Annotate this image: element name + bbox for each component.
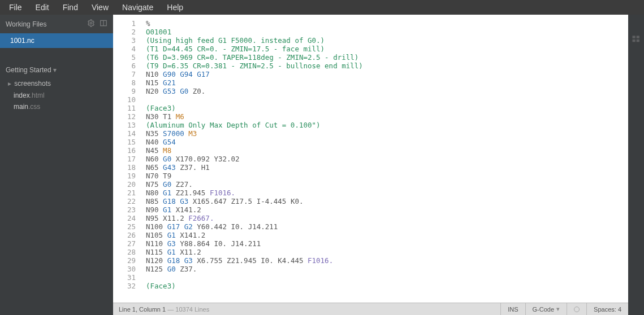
line-number: 21: [113, 189, 136, 197]
code-line[interactable]: (Aluminum Only Max Depth of Cut = 0.100"…: [146, 121, 363, 129]
line-number: 26: [113, 231, 136, 239]
code-line[interactable]: N105 G1 X141.2: [146, 231, 363, 239]
file-tree: index.htmlmain.css: [0, 90, 113, 112]
line-number: 28: [113, 248, 136, 256]
line-number: 11: [113, 104, 136, 112]
line-number: 9: [113, 87, 136, 95]
code-line[interactable]: N85 G18 G3 X165.647 Z17.5 I-4.445 K0.: [146, 197, 363, 205]
file-item[interactable]: main.css: [0, 101, 113, 112]
code-line[interactable]: N75 G0 Z27.: [146, 180, 363, 189]
chevron-down-icon: ▾: [556, 305, 560, 313]
code-line[interactable]: N10 G90 G94 G17: [146, 70, 363, 78]
line-number: 32: [113, 282, 136, 290]
line-number-gutter: 1234567891011121314151617181920212223242…: [113, 15, 141, 303]
line-number: 4: [113, 45, 136, 53]
line-number: 7: [113, 70, 136, 78]
code-line[interactable]: N100 G17 G2 Y60.442 I0. J14.211: [146, 222, 363, 231]
code-line[interactable]: (T6 D=3.969 CR=0. TAPER=118deg - ZMIN=2.…: [146, 53, 363, 62]
menu-file[interactable]: File: [2, 0, 29, 15]
line-number: 6: [113, 62, 136, 70]
line-number: 29: [113, 256, 136, 265]
menu-view[interactable]: View: [85, 0, 115, 15]
code-line[interactable]: N115 G1 X11.2: [146, 248, 363, 256]
gear-icon[interactable]: [87, 19, 95, 29]
cursor-position[interactable]: Line 1, Column 1: [119, 306, 166, 313]
svg-rect-3: [633, 36, 636, 38]
status-indicator[interactable]: [567, 303, 586, 315]
svg-rect-6: [637, 40, 639, 42]
language-mode[interactable]: G-Code ▾: [525, 303, 567, 315]
code-line[interactable]: N40 G54: [146, 138, 363, 146]
code-line[interactable]: [146, 273, 363, 282]
line-number: 18: [113, 163, 136, 172]
chevron-right-icon: ▸: [8, 80, 11, 88]
circle-icon: [574, 307, 580, 312]
code-line[interactable]: N120 G18 G3 X6.755 Z21.945 I0. K4.445 F1…: [146, 256, 363, 265]
svg-rect-5: [633, 40, 636, 42]
line-number: 15: [113, 138, 136, 146]
line-number: 3: [113, 36, 136, 45]
file-item[interactable]: index.html: [0, 90, 113, 101]
code-line[interactable]: N80 G1 Z21.945 F1016.: [146, 189, 363, 197]
code-line[interactable]: O01001: [146, 28, 363, 36]
folder-screenshots[interactable]: ▸ screenshots: [0, 77, 113, 90]
menu-navigate[interactable]: Navigate: [115, 0, 160, 15]
code-line[interactable]: N110 G3 Y88.864 I0. J14.211: [146, 239, 363, 248]
line-number: 2: [113, 28, 136, 36]
code-line[interactable]: (Face3): [146, 282, 363, 290]
line-number: 30: [113, 265, 136, 273]
indentation-mode[interactable]: Spaces: 4: [586, 303, 628, 315]
code-line[interactable]: N30 T1 M6: [146, 112, 363, 121]
line-number: 27: [113, 239, 136, 248]
code-line[interactable]: N60 G0 X170.092 Y32.02: [146, 155, 363, 163]
editor-scroll[interactable]: 1234567891011121314151617181920212223242…: [113, 15, 628, 303]
line-number: 20: [113, 180, 136, 189]
line-number: 17: [113, 155, 136, 163]
line-number: 10: [113, 95, 136, 104]
code-line[interactable]: N45 M8: [146, 146, 363, 155]
code-line[interactable]: N65 G43 Z37. H1: [146, 163, 363, 172]
code-line[interactable]: [146, 95, 363, 104]
code-line[interactable]: %: [146, 19, 363, 28]
code-line[interactable]: N90 G1 X141.2: [146, 205, 363, 214]
line-number: 1: [113, 19, 136, 28]
line-number: 31: [113, 273, 136, 282]
menu-find[interactable]: Find: [56, 0, 85, 15]
line-number: 23: [113, 205, 136, 214]
menu-edit[interactable]: Edit: [29, 0, 56, 15]
code-line[interactable]: (T9 D=6.35 CR=0.381 - ZMIN=2.5 - bullnos…: [146, 62, 363, 70]
working-files-list: 1001.nc: [0, 33, 113, 48]
line-count: 10374 Lines: [175, 306, 209, 313]
svg-rect-4: [637, 36, 639, 38]
code-area[interactable]: %O01001(Using high feed G1 F5000. instea…: [141, 15, 363, 303]
code-line[interactable]: N70 T9: [146, 172, 363, 180]
code-line[interactable]: N15 G21: [146, 78, 363, 87]
working-file[interactable]: 1001.nc: [0, 33, 113, 48]
status-bar: Line 1, Column 1 — 10374 Lines INS G-Cod…: [113, 303, 628, 315]
line-number: 14: [113, 129, 136, 138]
svg-point-0: [90, 22, 92, 24]
line-number: 12: [113, 112, 136, 121]
insert-mode[interactable]: INS: [500, 303, 525, 315]
getting-started-header[interactable]: Getting Started ▾: [0, 60, 113, 77]
line-number: 5: [113, 53, 136, 62]
code-line[interactable]: N95 X11.2 F2667.: [146, 214, 363, 222]
line-number: 19: [113, 172, 136, 180]
code-line[interactable]: (Using high feed G1 F5000. instead of G0…: [146, 36, 363, 45]
split-icon[interactable]: [100, 19, 107, 29]
code-line[interactable]: (Face3): [146, 104, 363, 112]
extensions-icon[interactable]: [632, 35, 641, 44]
editor: 1234567891011121314151617181920212223242…: [113, 15, 628, 315]
menu-help[interactable]: Help: [160, 0, 190, 15]
sidebar: Working Files 1001.nc Getting Started ▾ …: [0, 15, 113, 315]
line-number: 25: [113, 222, 136, 231]
line-number: 22: [113, 197, 136, 205]
working-files-label: Working Files: [6, 20, 46, 28]
code-line[interactable]: N20 G53 G0 Z0.: [146, 87, 363, 95]
code-line[interactable]: N35 S7000 M3: [146, 129, 363, 138]
code-line[interactable]: (T1 D=44.45 CR=0. - ZMIN=17.5 - face mil…: [146, 45, 363, 53]
line-number: 24: [113, 214, 136, 222]
working-files-header: Working Files: [0, 15, 113, 33]
line-number: 13: [113, 121, 136, 129]
code-line[interactable]: N125 G0 Z37.: [146, 265, 363, 273]
